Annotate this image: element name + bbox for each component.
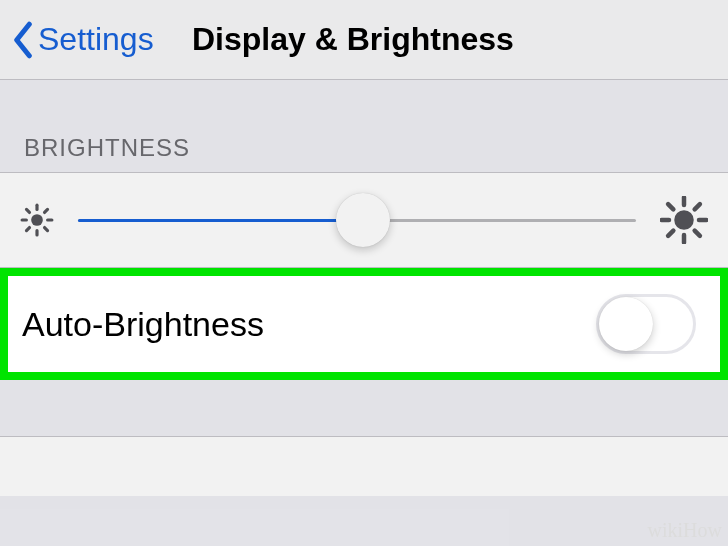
svg-line-17 xyxy=(695,204,700,209)
highlight-box: Auto-Brightness xyxy=(0,268,728,380)
slider-knob[interactable] xyxy=(336,193,390,247)
next-section xyxy=(0,436,728,496)
slider-fill xyxy=(78,219,363,222)
page-title: Display & Brightness xyxy=(192,21,514,58)
toggle-knob xyxy=(599,297,653,351)
brightness-slider-row xyxy=(0,172,728,268)
sun-small-icon xyxy=(20,203,54,237)
navigation-bar: Settings Display & Brightness xyxy=(0,0,728,80)
brightness-slider[interactable] xyxy=(78,196,636,244)
svg-line-5 xyxy=(26,209,29,212)
chevron-left-icon xyxy=(12,21,34,59)
watermark: wikiHow xyxy=(648,519,722,542)
svg-line-16 xyxy=(668,231,673,236)
svg-point-0 xyxy=(31,214,43,226)
back-button[interactable]: Settings xyxy=(12,21,154,59)
svg-line-7 xyxy=(26,228,29,231)
auto-brightness-row: Auto-Brightness xyxy=(8,276,720,372)
auto-brightness-label: Auto-Brightness xyxy=(22,305,264,344)
svg-line-15 xyxy=(695,231,700,236)
sun-large-icon xyxy=(660,196,708,244)
brightness-section-header: BRIGHTNESS xyxy=(0,80,728,172)
svg-line-8 xyxy=(45,209,48,212)
svg-line-6 xyxy=(45,228,48,231)
back-label: Settings xyxy=(38,21,154,58)
svg-point-9 xyxy=(674,210,694,230)
auto-brightness-toggle[interactable] xyxy=(596,294,696,354)
svg-line-14 xyxy=(668,204,673,209)
